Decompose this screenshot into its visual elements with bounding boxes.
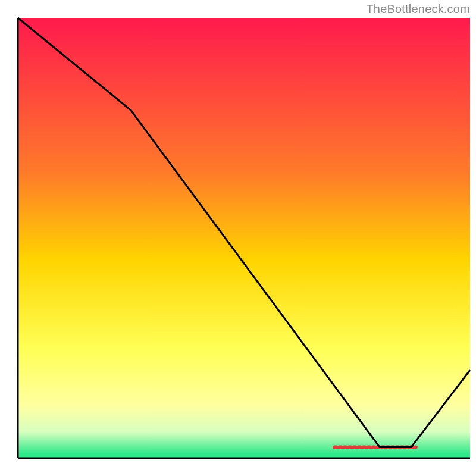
gradient-background	[18, 18, 470, 458]
bottleneck-chart	[0, 0, 476, 476]
chart-container: TheBottleneck.com	[0, 0, 476, 476]
plot-area	[18, 18, 470, 458]
